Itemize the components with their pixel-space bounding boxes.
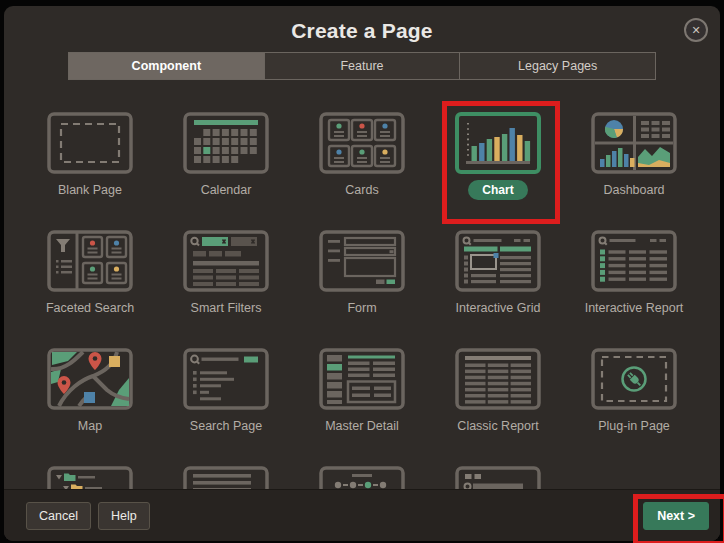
dashboard-icon [591, 112, 677, 174]
dialog-title: Create a Page [4, 6, 720, 43]
tile-label: Plug-in Page [598, 419, 670, 433]
tile-chart[interactable]: Chart [430, 85, 566, 203]
tile-label: Blank Page [58, 183, 122, 197]
tile-label: Classic Report [457, 419, 538, 433]
tile-label: Faceted Search [46, 301, 134, 315]
help-button[interactable]: Help [98, 502, 150, 530]
tile-faceted-search[interactable]: Faceted Search [22, 203, 158, 321]
tile-map[interactable]: Map [22, 321, 158, 439]
tile-blank-page[interactable]: Blank Page [22, 85, 158, 203]
cards-icon [319, 112, 405, 174]
cancel-button[interactable]: Cancel [26, 502, 91, 530]
tile-label: Cards [345, 183, 378, 197]
classic-report-icon [455, 348, 541, 410]
tab-feature[interactable]: Feature [265, 53, 461, 79]
tab-legacy-pages[interactable]: Legacy Pages [460, 53, 655, 79]
search-page-icon [183, 348, 269, 410]
tile-partial-url[interactable] [430, 439, 566, 491]
tile-classic-report[interactable]: Classic Report [430, 321, 566, 439]
page-type-gallery: Blank Page Calendar [4, 85, 720, 491]
tile-label: Smart Filters [191, 301, 262, 315]
tile-dashboard[interactable]: Dashboard [566, 85, 702, 203]
tile-smart-filters[interactable]: Smart Filters [158, 203, 294, 321]
calendar-icon [183, 112, 269, 174]
wizard-steps-icon [319, 466, 405, 491]
tile-interactive-grid[interactable]: Interactive Grid [430, 203, 566, 321]
smart-filters-icon [183, 230, 269, 292]
tile-label: Calendar [201, 183, 252, 197]
create-page-dialog: Create a Page ✕ Component Feature Legacy… [4, 6, 720, 541]
tile-label: Map [78, 419, 102, 433]
tile-label: Form [347, 301, 376, 315]
chart-selected-badge: Chart [468, 180, 527, 200]
tile-label: Interactive Grid [456, 301, 541, 315]
blank-page-icon [47, 112, 133, 174]
tile-partial-content[interactable] [158, 439, 294, 491]
content-rows-icon [183, 466, 269, 491]
tree-page-icon [47, 466, 133, 491]
tile-label: Master Detail [325, 419, 399, 433]
tile-master-detail[interactable]: Master Detail [294, 321, 430, 439]
faceted-search-icon [47, 230, 133, 292]
tile-partial-tree[interactable] [22, 439, 158, 491]
next-button[interactable]: Next > [643, 502, 709, 530]
tile-search-page[interactable]: Search Page [158, 321, 294, 439]
form-icon [319, 230, 405, 292]
tab-bar: Component Feature Legacy Pages [68, 52, 656, 80]
tile-partial-wizard[interactable] [294, 439, 430, 491]
chart-icon [455, 112, 541, 174]
close-icon[interactable]: ✕ [684, 18, 708, 42]
plug-in-page-icon [591, 348, 677, 410]
tile-interactive-report[interactable]: Interactive Report [566, 203, 702, 321]
tile-calendar[interactable]: Calendar [158, 85, 294, 203]
tile-label: Dashboard [603, 183, 664, 197]
interactive-report-icon [591, 230, 677, 292]
tile-plug-in-page[interactable]: Plug-in Page [566, 321, 702, 439]
interactive-grid-icon [455, 230, 541, 292]
tile-cards[interactable]: Cards [294, 85, 430, 203]
map-icon [47, 348, 133, 410]
tile-label: Search Page [190, 419, 262, 433]
tile-form[interactable]: Form [294, 203, 430, 321]
master-detail-icon [319, 348, 405, 410]
tab-component[interactable]: Component [69, 53, 265, 79]
tile-label: Interactive Report [585, 301, 684, 315]
url-search-bar-icon [455, 466, 541, 491]
dialog-footer: Cancel Help Next > [4, 489, 720, 541]
